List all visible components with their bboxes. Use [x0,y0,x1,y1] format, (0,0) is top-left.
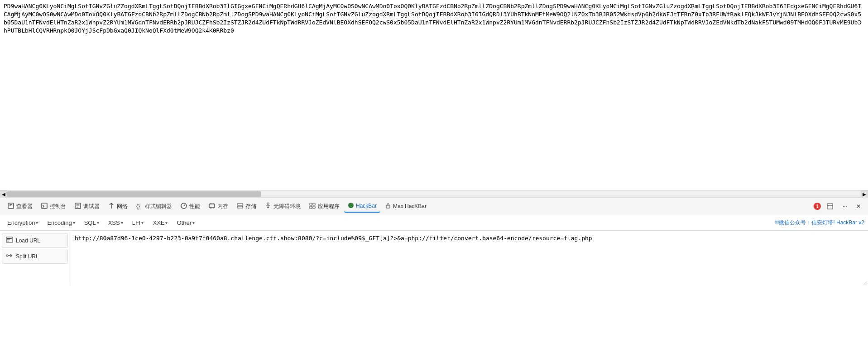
encoded-text: PD9waHANCg0KLyoNCiMgLSotIGNvZGluZZogdXRm… [4,3,861,34]
hackbar-dot-icon [348,202,354,210]
devtools-toolbar: 查看器 控制台 调试器 网络 {} [0,197,868,215]
more-options-button[interactable]: ··· [839,201,851,211]
xxe-arrow: ▾ [165,220,168,225]
accessibility-icon [264,202,272,211]
memory-icon [208,202,216,211]
memory-label: 内存 [217,203,228,210]
svg-rect-9 [310,203,312,205]
lfi-arrow: ▾ [141,220,144,225]
scrollbar-thumb[interactable] [7,191,261,197]
devtools-tab-storage[interactable]: 存储 [233,200,260,213]
error-badge: 1 [814,203,821,210]
encoding-arrow: ▾ [73,220,75,225]
lfi-label: LFI [132,219,141,226]
console-icon [41,202,48,211]
menu-sql[interactable]: SQL ▾ [81,218,103,228]
expand-button[interactable] [823,201,837,212]
devtools-tab-console[interactable]: 控制台 [37,200,70,213]
devtools-tab-app[interactable]: 应用程序 [305,200,343,213]
devtools-tab-network[interactable]: 网络 [104,200,131,213]
svg-rect-15 [827,204,833,209]
inspector-label: 查看器 [16,203,33,210]
top-content-area: PD9waHANCg0KLyoNCiMgLSotIGNvZGluZZogdXRm… [0,0,868,190]
encryption-arrow: ▾ [36,220,38,225]
svg-point-8 [267,203,269,204]
inspector-icon [7,202,14,211]
horizontal-scrollbar[interactable]: ◀ ▶ [0,190,868,197]
menu-xxe[interactable]: XXE ▾ [149,218,171,228]
style-editor-icon: {} [136,202,143,211]
network-icon [108,202,115,211]
devtools-tab-performance[interactable]: 性能 [177,200,204,213]
menu-lfi[interactable]: LFI ▾ [129,218,148,228]
xss-label: XSS [108,219,120,226]
svg-rect-12 [313,206,315,209]
svg-rect-10 [313,203,315,205]
performance-icon [180,202,187,211]
svg-rect-14 [386,205,390,208]
performance-label: 性能 [189,203,200,210]
hackbar-url-area [70,231,868,285]
svg-text:{}: {} [136,203,140,209]
devtools-tab-style-editor[interactable]: {} 样式编辑器 [132,200,176,213]
split-url-button[interactable]: Split URL [2,249,68,264]
other-label: Other [177,219,192,226]
split-url-label: Split URL [16,253,39,260]
hackbar-buttons-panel: Load URL Split URL [0,231,70,285]
hackbar-content: Load URL Split URL [0,231,868,285]
svg-rect-6 [237,204,243,205]
encryption-label: Encryption [7,219,35,226]
xxe-label: XXE [153,219,164,226]
menu-other[interactable]: Other ▾ [173,218,198,228]
svg-rect-7 [237,206,243,208]
storage-label: 存储 [245,203,256,210]
maxhackbar-label: Max HacKBar [393,203,427,209]
debugger-icon [74,202,82,211]
menu-encryption[interactable]: Encryption ▾ [4,218,42,228]
menu-xss[interactable]: XSS ▾ [105,218,127,228]
dots-label: ··· [843,203,847,209]
maxhackbar-lock-icon [385,203,391,210]
split-url-icon [6,252,13,261]
url-input[interactable] [74,234,864,282]
xss-arrow: ▾ [121,220,123,225]
app-label: 应用程序 [318,203,340,210]
encoding-label: Encoding [47,219,72,226]
devtools-tab-inspector[interactable]: 查看器 [4,200,36,213]
devtools-tab-maxhackbar[interactable]: Max HacKBar [381,201,430,212]
accessibility-label: 无障碍环境 [273,203,301,210]
svg-point-13 [348,203,354,208]
load-url-icon [6,236,13,245]
app-icon [309,202,316,211]
scroll-left-arrow[interactable]: ◀ [0,190,7,198]
scroll-right-arrow[interactable]: ▶ [861,190,868,198]
devtools-tab-debugger[interactable]: 调试器 [71,200,103,213]
hackbar-label: HackBar [356,203,377,209]
resize-handle[interactable] [862,279,867,284]
network-label: 网络 [117,203,128,210]
devtools-right-controls: 1 ··· ✕ [814,201,864,212]
svg-rect-5 [209,204,215,208]
sql-label: SQL [84,219,96,226]
devtools-tab-accessibility[interactable]: 无障碍环境 [261,200,304,213]
close-devtools-button[interactable]: ✕ [853,201,864,211]
devtools-tab-hackbar[interactable]: HackBar [344,200,380,213]
svg-rect-17 [7,238,12,239]
close-icon: ✕ [856,203,861,209]
load-url-label: Load URL [16,237,40,244]
debugger-label: 调试器 [83,203,100,210]
sql-arrow: ▾ [97,220,99,225]
copyright-text: ©微信公众号：信安灯塔! HackBar v2 [775,219,864,227]
other-arrow: ▾ [192,220,195,225]
load-url-button[interactable]: Load URL [2,233,68,248]
svg-rect-1 [42,203,47,209]
menu-encoding[interactable]: Encoding ▾ [43,218,78,228]
storage-icon [236,202,244,211]
style-editor-label: 样式编辑器 [145,203,172,210]
devtools-tab-memory[interactable]: 内存 [205,200,232,213]
console-label: 控制台 [50,203,66,210]
svg-rect-11 [310,206,312,209]
hackbar-menu: Encryption ▾ Encoding ▾ SQL ▾ XSS ▾ LFI … [0,215,868,231]
